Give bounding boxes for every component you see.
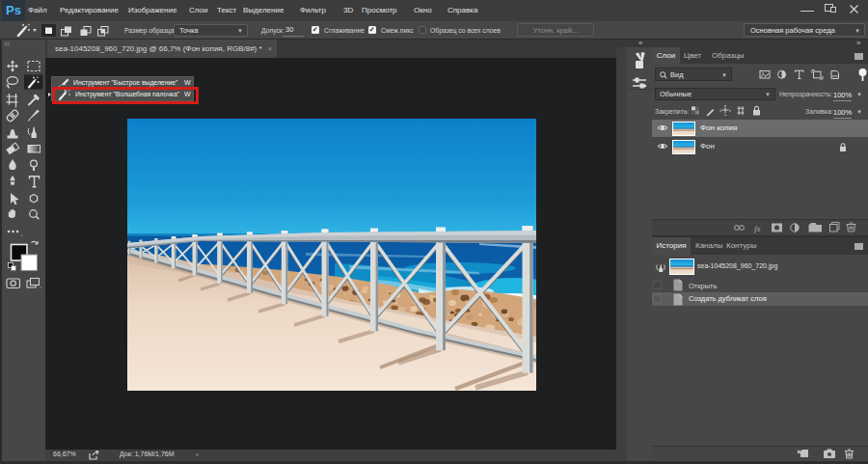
svg-text:fx: fx [754, 224, 761, 233]
